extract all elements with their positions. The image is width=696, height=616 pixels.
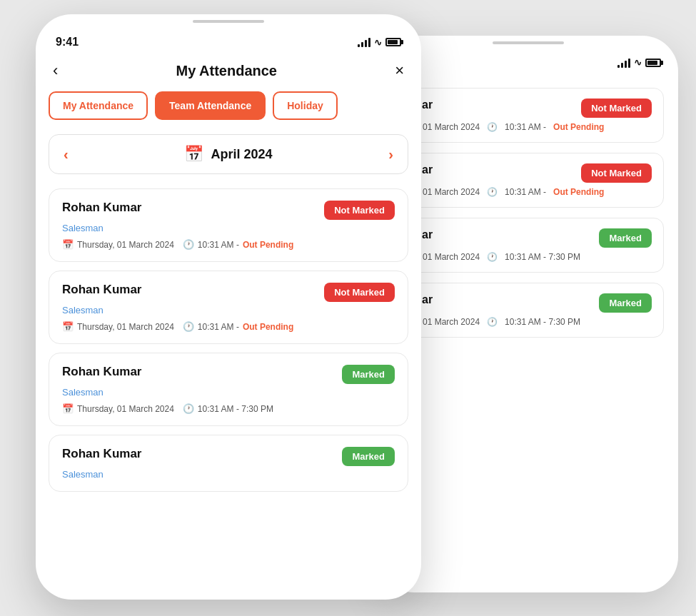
sec-meta: 📅 01 March 2024 🕐 10:31 AM - 7:30 PM — [405, 317, 652, 327]
date-text: Thursday, 01 March 2024 — [77, 404, 174, 414]
sec-clock-icon: 🕐 — [487, 317, 498, 327]
time-text: 10:31 AM - 7:30 PM — [198, 404, 273, 414]
tab-team-attendance[interactable]: Team Attendance — [155, 91, 266, 120]
clock-icon: 🕐 — [183, 239, 194, 250]
clock-icon: 🕐 — [183, 403, 194, 414]
time-status: Out Pending — [243, 322, 293, 332]
status-badge: Not Marked — [324, 201, 395, 220]
attendance-card[interactable]: Rohan Kumar Not Marked Salesman 📅 Thursd… — [49, 271, 408, 344]
card-meta: 📅 Thursday, 01 March 2024 🕐 10:31 AM - O… — [62, 239, 395, 250]
status-badge: Marked — [342, 447, 395, 466]
attendance-card[interactable]: Rohan Kumar Not Marked Salesman 📅 Thursd… — [49, 188, 408, 262]
person-name: Rohan Kumar — [62, 283, 141, 297]
calendar-icon: 📅 — [62, 321, 74, 332]
person-name: Rohan Kumar — [62, 447, 141, 461]
sec-attendance-card[interactable]: umar Marked 📅 01 March 2024 🕐 10:31 AM -… — [393, 218, 664, 273]
wifi-icon: ∿ — [374, 37, 382, 48]
meta-time: 🕐 10:31 AM - Out Pending — [183, 321, 293, 332]
time-status: Out Pending — [243, 240, 293, 250]
tab-my-attendance[interactable]: My Attendance — [49, 91, 148, 120]
sec-notch-pill — [493, 41, 564, 44]
sec-status-badge: Marked — [599, 293, 652, 313]
sec-wifi-icon: ∿ — [634, 57, 642, 68]
close-button[interactable]: × — [395, 61, 404, 80]
calendar-icon: 📅 — [62, 403, 74, 414]
date-text: Thursday, 01 March 2024 — [77, 240, 174, 250]
tabs-container: My Attendance Team Attendance Holiday — [36, 91, 421, 134]
signal-icon — [358, 37, 370, 47]
person-name: Rohan Kumar — [62, 201, 141, 215]
sec-card-top: umar Not Marked — [405, 99, 652, 118]
person-name: Rohan Kumar — [62, 365, 141, 379]
calendar-icon: 📅 — [184, 145, 203, 163]
attendance-list: Rohan Kumar Not Marked Salesman 📅 Thursd… — [36, 188, 421, 500]
notch-pill — [193, 20, 264, 23]
page-title: My Attendance — [176, 63, 277, 79]
meta-time: 🕐 10:31 AM - Out Pending — [183, 239, 293, 250]
clock-icon: 🕐 — [183, 321, 194, 332]
status-badge: Marked — [342, 365, 395, 384]
card-top: Rohan Kumar Marked — [62, 365, 395, 384]
sec-signal-icon — [617, 58, 630, 68]
sec-card-top: umar Not Marked — [405, 163, 652, 183]
month-center: 📅 April 2024 — [184, 145, 272, 163]
sec-date: 01 March 2024 — [423, 317, 480, 327]
card-top: Rohan Kumar Marked — [62, 447, 395, 466]
card-top: Rohan Kumar Not Marked — [62, 201, 395, 220]
meta-date: 📅 Thursday, 01 March 2024 — [62, 403, 174, 414]
person-role: Salesman — [62, 223, 395, 233]
card-top: Rohan Kumar Not Marked — [62, 283, 395, 302]
time-text: 10:31 AM - — [198, 240, 239, 250]
sec-status-badge: Marked — [599, 228, 652, 248]
person-role: Salesman — [62, 305, 395, 315]
sec-notch — [378, 36, 678, 47]
sec-battery-icon — [645, 59, 661, 67]
calendar-icon: 📅 — [62, 239, 74, 250]
sec-status-bar: ∿ — [378, 47, 678, 74]
sec-time-status: Out Pending — [553, 122, 604, 132]
sec-time-status: Out Pending — [553, 187, 604, 197]
month-label: April 2024 — [211, 147, 272, 162]
sec-time: 10:31 AM - — [505, 187, 546, 197]
meta-date: 📅 Thursday, 01 March 2024 — [62, 321, 174, 332]
back-button[interactable]: ‹ — [53, 61, 58, 80]
attendance-card[interactable]: Rohan Kumar Marked Salesman 📅 Thursday, … — [49, 353, 408, 426]
tab-holiday[interactable]: Holiday — [273, 91, 338, 120]
secondary-content: umar Not Marked 📅 01 March 2024 🕐 10:31 … — [378, 74, 678, 559]
next-month-button[interactable]: › — [388, 146, 393, 163]
sec-attendance-card[interactable]: umar Not Marked 📅 01 March 2024 🕐 10:31 … — [393, 88, 664, 143]
battery-icon — [385, 38, 401, 46]
person-role: Salesman — [62, 469, 395, 480]
phones-container: 9:41 ∿ ‹ My Attendance × My Att — [0, 0, 696, 616]
meta-time: 🕐 10:31 AM - 7:30 PM — [183, 403, 273, 414]
meta-date: 📅 Thursday, 01 March 2024 — [62, 239, 174, 250]
status-bar: 9:41 ∿ — [36, 26, 421, 54]
attendance-card[interactable]: Rohan Kumar Marked Salesman — [49, 435, 408, 492]
sec-meta: 📅 01 March 2024 🕐 10:31 AM - Out Pending — [405, 187, 652, 197]
secondary-phone: ∿ umar Not Marked 📅 01 March 2024 🕐 10:3… — [378, 36, 678, 592]
notch-area — [36, 14, 421, 26]
sec-date: 01 March 2024 — [423, 187, 480, 197]
card-meta: 📅 Thursday, 01 March 2024 🕐 10:31 AM - 7… — [62, 403, 395, 414]
status-time: 9:41 — [56, 36, 79, 49]
sec-card-top: umar Marked — [405, 228, 652, 248]
card-meta: 📅 Thursday, 01 March 2024 🕐 10:31 AM - O… — [62, 321, 395, 332]
prev-month-button[interactable]: ‹ — [64, 146, 69, 163]
sec-status-icons: ∿ — [617, 57, 661, 68]
status-badge: Not Marked — [324, 283, 395, 302]
sec-clock-icon: 🕐 — [487, 187, 498, 197]
sec-status-badge: Not Marked — [581, 163, 652, 183]
sec-attendance-card[interactable]: umar Marked 📅 01 March 2024 🕐 10:31 AM -… — [393, 283, 664, 338]
sec-time: 10:31 AM - 7:30 PM — [505, 317, 580, 327]
sec-meta: 📅 01 March 2024 🕐 10:31 AM - Out Pending — [405, 122, 652, 132]
sec-card-top: umar Marked — [405, 293, 652, 313]
sec-meta: 📅 01 March 2024 🕐 10:31 AM - 7:30 PM — [405, 252, 652, 262]
date-text: Thursday, 01 March 2024 — [77, 322, 174, 332]
time-text: 10:31 AM - — [198, 322, 239, 332]
primary-phone: 9:41 ∿ ‹ My Attendance × My Att — [36, 14, 421, 600]
sec-date: 01 March 2024 — [423, 122, 480, 132]
sec-time: 10:31 AM - 7:30 PM — [505, 252, 580, 262]
person-role: Salesman — [62, 387, 395, 398]
sec-attendance-card[interactable]: umar Not Marked 📅 01 March 2024 🕐 10:31 … — [393, 153, 664, 208]
header: ‹ My Attendance × — [36, 54, 421, 91]
